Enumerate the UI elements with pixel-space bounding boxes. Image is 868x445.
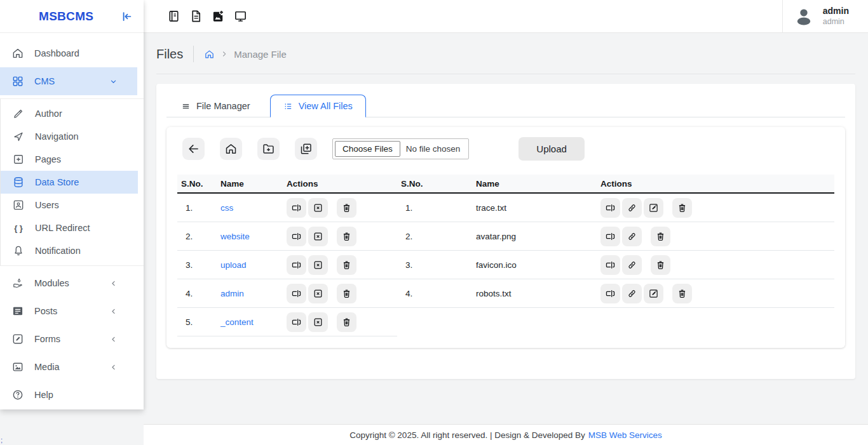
file-name: favicon.ico (476, 260, 517, 270)
edit-button[interactable] (644, 198, 663, 218)
add-image-button[interactable] (211, 9, 226, 23)
close-box-icon (313, 203, 323, 213)
sidebar-item-pages[interactable]: Pages (1, 148, 138, 171)
rename-button[interactable] (600, 227, 620, 246)
folder-name-link[interactable]: website (220, 232, 250, 241)
link-button[interactable] (622, 227, 642, 246)
sidebar-item-label: Help (34, 390, 53, 400)
link-button[interactable] (622, 255, 642, 275)
file-name: robots.txt (476, 289, 512, 298)
rename-button[interactable] (600, 198, 620, 218)
trash-button[interactable] (337, 312, 356, 332)
link-button[interactable] (622, 198, 642, 218)
sidebar-collapse-button[interactable] (119, 10, 133, 23)
row-actions (592, 198, 834, 218)
sidebar-item-author[interactable]: Author (1, 102, 138, 125)
sidebar-item-dashboard[interactable]: Dashboard (0, 39, 137, 67)
row-sno: 3. (397, 260, 473, 270)
row-actions (592, 284, 834, 303)
home-button[interactable] (220, 138, 242, 160)
tab-file-manager[interactable]: File Manager (172, 95, 260, 117)
trash-button[interactable] (337, 198, 356, 218)
back-button[interactable] (182, 138, 205, 160)
folder-name-link[interactable]: css (220, 203, 233, 213)
rename-button[interactable] (287, 227, 306, 246)
folder-name-link[interactable]: _content (220, 317, 254, 327)
file-panel: Choose Files No file chosen Upload S.No.… (166, 127, 845, 348)
edit-button[interactable] (644, 284, 663, 303)
trash-button[interactable] (651, 227, 670, 246)
file-input[interactable]: Choose Files No file chosen (332, 138, 469, 159)
column-header: Actions (592, 179, 834, 189)
trash-button[interactable] (337, 284, 356, 303)
new-folder-button[interactable] (257, 138, 280, 160)
trash-button[interactable] (672, 198, 692, 218)
row-actions (592, 255, 834, 275)
new-folder-icon (262, 142, 275, 156)
row-name-cell: trace.txt (473, 203, 592, 213)
list-icon (283, 102, 293, 111)
sidebar-item-media[interactable]: Media (0, 353, 137, 381)
close-box-button[interactable] (308, 284, 328, 303)
close-box-button[interactable] (308, 198, 328, 218)
folder-name-link[interactable]: upload (220, 260, 247, 270)
upload-button[interactable]: Upload (519, 137, 585, 161)
choose-files-button[interactable]: Choose Files (335, 141, 400, 157)
topbar-icons (166, 9, 255, 23)
sidebar-item-posts[interactable]: Posts (0, 297, 137, 325)
sidebar-item-navigation[interactable]: Navigation (1, 125, 138, 148)
sidebar-item-label: Author (35, 109, 62, 119)
table-row: 1.trace.txt (397, 194, 834, 222)
sidebar-item-help[interactable]: Help (0, 381, 137, 409)
trash-icon (677, 288, 688, 299)
rename-button[interactable] (600, 284, 620, 303)
trash-button[interactable] (337, 255, 356, 275)
table-row: 3.favicon.ico (397, 251, 834, 279)
files-table: S.No.NameActions1.trace.txt2.avatar.png3… (397, 175, 834, 336)
close-box-button[interactable] (308, 312, 328, 332)
close-box-icon (313, 317, 323, 328)
chevron-left-icon (109, 279, 118, 288)
folders-table: S.No.NameActions1.css2.website3.upload4.… (177, 175, 397, 336)
close-box-button[interactable] (308, 227, 328, 246)
sidebar-item-modules[interactable]: Modules (0, 269, 137, 297)
journal-button[interactable] (166, 9, 181, 23)
bell-icon (12, 244, 25, 257)
sidebar-item-notification[interactable]: Notification (1, 239, 138, 262)
user-role: admin (823, 17, 849, 27)
sidebar-item-url-redirect[interactable]: { }URL Redirect (1, 216, 138, 239)
document-button[interactable] (189, 9, 203, 23)
sidebar-item-cms[interactable]: CMS (0, 67, 137, 95)
rename-button[interactable] (287, 284, 306, 303)
sidebar-item-users[interactable]: Users (1, 194, 138, 216)
table-row: 1.css (177, 194, 397, 222)
close-box-button[interactable] (308, 255, 328, 275)
footer-link[interactable]: MSB Web Services (588, 430, 662, 440)
trash-button[interactable] (337, 227, 356, 246)
stray-semicolon-artifact: ; (1, 436, 3, 444)
trash-icon (655, 260, 666, 270)
rename-button[interactable] (287, 198, 306, 218)
breadcrumb-home-icon[interactable] (204, 49, 215, 60)
edit-icon (648, 203, 659, 213)
help-icon (11, 389, 24, 401)
add-files-button[interactable] (295, 138, 317, 160)
row-name-cell: avatar.png (473, 232, 592, 241)
trash-button[interactable] (651, 255, 670, 275)
trash-icon (341, 260, 352, 270)
link-button[interactable] (622, 284, 642, 303)
topbar: admin admin (144, 0, 868, 33)
rename-button[interactable] (287, 255, 306, 275)
main-content: Files Manage File File Manager View All … (144, 33, 868, 424)
trash-button[interactable] (672, 284, 692, 303)
monitor-button[interactable] (233, 9, 248, 23)
sidebar-item-data-store[interactable]: Data Store (1, 171, 138, 194)
sidebar-item-forms[interactable]: Forms (0, 325, 137, 353)
rename-button[interactable] (600, 255, 620, 275)
user-menu[interactable]: admin admin (782, 0, 868, 32)
rename-icon (605, 231, 616, 242)
tab-view-all-files[interactable]: View All Files (270, 95, 366, 117)
folder-name-link[interactable]: admin (220, 289, 244, 298)
rename-icon (605, 260, 616, 270)
rename-button[interactable] (287, 312, 306, 332)
